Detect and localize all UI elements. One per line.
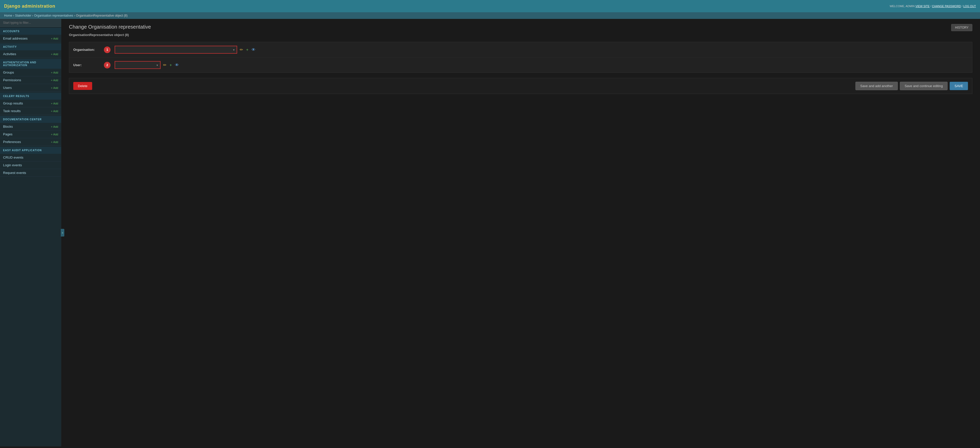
organisation-edit-icon[interactable]: ✏ (239, 47, 243, 53)
sidebar-section-header: CELERY RESULTS (0, 93, 61, 100)
sidebar-item[interactable]: Pages+ Add (0, 131, 61, 138)
sidebar-item[interactable]: Blocks+ Add (0, 123, 61, 131)
user-label: User: (73, 63, 104, 67)
sidebar-item[interactable]: Groups+ Add (0, 69, 61, 77)
username: admin (905, 5, 915, 8)
user-add-icon[interactable]: + (169, 62, 172, 68)
sidebar-section-header: ACCOUNTS (0, 28, 61, 35)
title-area: HISTORY Change Organisation representati… (69, 24, 972, 33)
sidebar: ACCOUNTSEmail addresses+ AddACTIVITYActi… (0, 19, 61, 446)
sidebar-item[interactable]: Group results+ Add (0, 100, 61, 107)
sidebar-item-label: Groups (3, 70, 14, 74)
sidebar-item-add-link[interactable]: + Add (51, 37, 58, 40)
sidebar-section-header: EASY AUDIT APPLICATION (0, 147, 61, 154)
organisation-select-wrapper (115, 46, 237, 54)
breadcrumb-home[interactable]: Home (4, 14, 12, 18)
user-tools: WELCOME, admin VIEW SITE / CHANGE PASSWO… (889, 5, 976, 8)
organisation-label: Organisation: (73, 48, 104, 52)
delete-button[interactable]: Delete (73, 82, 92, 90)
sidebar-item-label: Permissions (3, 78, 21, 82)
history-button[interactable]: HISTORY (951, 24, 972, 31)
sidebar-item-add-link[interactable]: + Add (51, 125, 58, 128)
user-edit-icon[interactable]: ✏ (162, 62, 167, 68)
organisation-controls: 1 ✏ + 👁 (104, 46, 968, 54)
sidebar-item[interactable]: CRUD events (0, 154, 61, 161)
sidebar-item-add-link[interactable]: + Add (51, 71, 58, 74)
container: ACCOUNTSEmail addresses+ AddACTIVITYActi… (0, 19, 980, 446)
sidebar-item-add-link[interactable]: + Add (51, 140, 58, 143)
log-out-link[interactable]: LOG OUT (963, 5, 976, 8)
organisation-add-icon[interactable]: + (246, 47, 249, 53)
organisation-select[interactable] (115, 46, 237, 54)
save-actions: Save and add another Save and continue e… (856, 82, 968, 90)
sidebar-item-label: Blocks (3, 124, 13, 129)
site-title: Django administration (4, 3, 56, 9)
page-title: Change Organisation representative (69, 24, 972, 30)
save-and-add-button[interactable]: Save and add another (856, 82, 898, 90)
sidebar-item-add-link[interactable]: + Add (51, 110, 58, 113)
breadcrumb-stakeholder[interactable]: Stakeholder (15, 14, 32, 18)
sidebar-item[interactable]: Activities+ Add (0, 50, 61, 58)
sidebar-item-add-link[interactable]: + Add (51, 86, 58, 89)
header: Django administration WELCOME, admin VIE… (0, 0, 980, 12)
sidebar-item[interactable]: Users+ Add (0, 84, 61, 92)
sidebar-item-label: Preferences (3, 140, 21, 144)
sidebar-item-label: Task results (3, 109, 21, 113)
sidebar-filter-input[interactable] (0, 19, 61, 27)
organisation-row: Organisation: 1 ✏ + 👁 (69, 42, 972, 57)
object-title: OrganisationRepresentative object (8) (69, 33, 972, 37)
sidebar-item[interactable]: Login events (0, 161, 61, 169)
sidebar-item-label: Users (3, 86, 12, 90)
sidebar-section-header: DOCUMENTATION CENTER (0, 116, 61, 123)
user-select-wrapper (115, 61, 161, 69)
main-content: HISTORY Change Organisation representati… (61, 19, 980, 446)
user-controls: 2 ✏ + 👁 (104, 61, 968, 69)
submit-row: Delete Save and add another Save and con… (69, 78, 972, 94)
sidebar-item-add-link[interactable]: + Add (51, 102, 58, 105)
view-site-link[interactable]: VIEW SITE (915, 5, 930, 8)
sidebar-item[interactable]: Preferences+ Add (0, 138, 61, 146)
breadcrumb-organisation-representatives[interactable]: Organisation representatives (34, 14, 73, 18)
sidebar-item-label: CRUD events (3, 156, 23, 159)
organisation-view-icon[interactable]: 👁 (251, 47, 256, 53)
form-section: Organisation: 1 ✏ + 👁 User: 2 (69, 42, 972, 73)
save-and-continue-button[interactable]: Save and continue editing (900, 82, 948, 90)
organisation-step-badge: 1 (104, 46, 111, 53)
user-step-badge: 2 (104, 62, 111, 69)
welcome-text: WELCOME, (889, 5, 905, 8)
user-view-icon[interactable]: 👁 (174, 62, 180, 68)
sidebar-item-add-link[interactable]: + Add (51, 133, 58, 136)
sidebar-item-add-link[interactable]: + Add (51, 53, 58, 56)
sidebar-item[interactable]: Email addresses+ Add (0, 35, 61, 42)
sidebar-item-label: Activities (3, 52, 16, 56)
breadcrumb: Home › Stakeholder › Organisation repres… (0, 12, 980, 19)
sidebar-item[interactable]: Permissions+ Add (0, 77, 61, 84)
breadcrumb-current: OrganisationRepresentative object (8) (76, 14, 128, 18)
sidebar-item-label: Login events (3, 163, 22, 167)
sidebar-item-add-link[interactable]: + Add (51, 79, 58, 82)
sidebar-item-label: Group results (3, 101, 23, 105)
sidebar-item[interactable]: Request events (0, 169, 61, 177)
sidebar-item-label: Pages (3, 132, 13, 136)
user-select[interactable] (115, 61, 161, 69)
change-password-link[interactable]: CHANGE PASSWORD (932, 5, 961, 8)
sidebar-item-label: Email addresses (3, 37, 27, 40)
user-row: User: 2 ✏ + 👁 (69, 57, 972, 73)
sidebar-collapse-toggle[interactable]: « (61, 229, 64, 236)
sidebar-section-header: AUTHENTICATION AND AUTHORIZATION (0, 59, 61, 69)
sidebar-item-label: Request events (3, 171, 26, 175)
sidebar-sections: ACCOUNTSEmail addresses+ AddACTIVITYActi… (0, 28, 61, 177)
sidebar-section-header: ACTIVITY (0, 43, 61, 50)
save-button[interactable]: SAVE (950, 82, 968, 90)
sidebar-item[interactable]: Task results+ Add (0, 107, 61, 115)
